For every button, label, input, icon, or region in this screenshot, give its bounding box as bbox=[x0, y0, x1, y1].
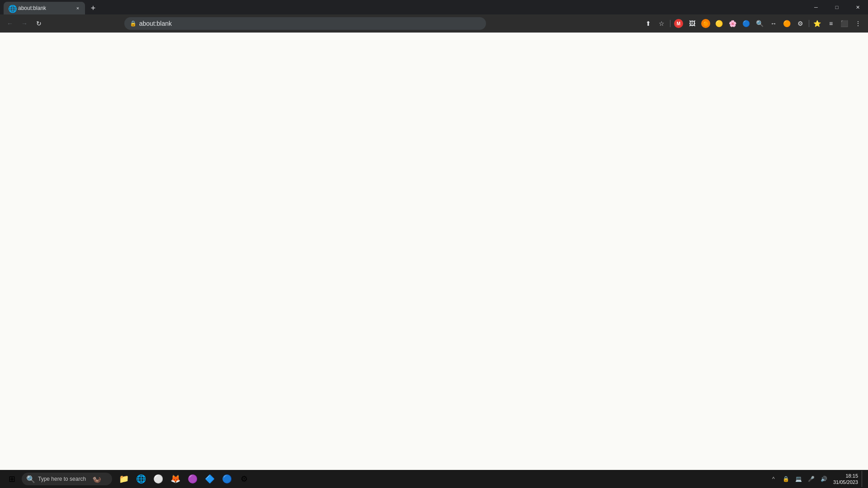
system-tray: ^ 🔒 💻 🎤 🔊 bbox=[768, 474, 830, 484]
taskbar-search-label: Type here to search bbox=[38, 476, 86, 482]
clock-date: 31/05/2023 bbox=[833, 479, 858, 485]
taskbar-firefox[interactable]: 🦊 bbox=[167, 471, 184, 487]
taskbar-chrome[interactable]: ⚪ bbox=[150, 471, 166, 487]
taskbar-teams[interactable]: 🟣 bbox=[184, 471, 201, 487]
tab-close-button[interactable]: × bbox=[74, 5, 81, 12]
tab-favicon-icon: 🌐 bbox=[8, 5, 15, 12]
new-tab-button[interactable]: + bbox=[87, 2, 99, 14]
ext-icon-3[interactable]: 🟠 bbox=[699, 17, 712, 30]
address-security-icon: 🔒 bbox=[130, 20, 137, 27]
ext-icon-2[interactable]: 🖼 bbox=[686, 17, 698, 30]
titlebar: 🌐 about:blank × + ─ □ ✕ bbox=[0, 0, 868, 14]
taskbar-edge[interactable]: 🌐 bbox=[133, 471, 149, 487]
tab-strip: 🌐 about:blank × + bbox=[0, 0, 806, 14]
ext-icon-5[interactable]: 🌸 bbox=[726, 17, 739, 30]
divider2 bbox=[809, 20, 809, 27]
edge-icon: 🌐 bbox=[136, 474, 146, 484]
taskbar-app8[interactable]: ⚙ bbox=[236, 471, 252, 487]
file-explorer-icon: 📁 bbox=[119, 474, 129, 484]
taskbar-right: ^ 🔒 💻 🎤 🔊 18:15 31/05/2023 bbox=[768, 471, 864, 487]
firefox-icon: 🦊 bbox=[170, 474, 180, 484]
maximize-button[interactable]: □ bbox=[826, 0, 847, 14]
clock-time: 18:15 bbox=[845, 473, 858, 479]
taskbar-search-box[interactable]: 🔍 Type here to search 🦦 bbox=[22, 473, 112, 485]
ext-icon-8[interactable]: ↔ bbox=[767, 17, 780, 30]
address-box[interactable]: 🔒 about:blank bbox=[124, 17, 486, 30]
chrome-icon: ⚪ bbox=[153, 474, 163, 484]
taskbar-vscode[interactable]: 🔷 bbox=[202, 471, 218, 487]
browser-content bbox=[0, 33, 868, 470]
start-icon: ⊞ bbox=[9, 474, 15, 484]
tray-chevron[interactable]: ^ bbox=[768, 474, 779, 484]
taskbar-clock[interactable]: 18:15 31/05/2023 bbox=[831, 473, 860, 486]
split-view-icon[interactable]: ⬛ bbox=[838, 17, 851, 30]
extensions-button[interactable]: ⭐ bbox=[811, 17, 824, 30]
bookmark-icon[interactable]: ☆ bbox=[656, 17, 668, 30]
refresh-button[interactable]: ↻ bbox=[33, 17, 45, 30]
tab-title-label: about:blank bbox=[18, 5, 71, 11]
app7-icon: 🔵 bbox=[222, 474, 232, 484]
app8-icon: ⚙ bbox=[241, 474, 248, 484]
taskbar-app7[interactable]: 🔵 bbox=[219, 471, 235, 487]
taskbar-apps: 📁 🌐 ⚪ 🦊 🟣 🔷 🔵 ⚙ bbox=[116, 471, 252, 487]
share-icon[interactable]: ⬆ bbox=[642, 17, 655, 30]
taskbar-file-explorer[interactable]: 📁 bbox=[116, 471, 132, 487]
ferret-icon: 🦦 bbox=[92, 475, 101, 483]
forward-button[interactable]: → bbox=[18, 17, 31, 30]
ext-icon-10[interactable]: ⚙ bbox=[794, 17, 807, 30]
divider bbox=[670, 20, 670, 27]
teams-icon: 🟣 bbox=[188, 474, 198, 484]
tray-volume-icon[interactable]: 🔊 bbox=[819, 474, 830, 484]
taskbar-search-icon: 🔍 bbox=[26, 475, 35, 483]
start-button[interactable]: ⊞ bbox=[4, 471, 20, 487]
back-button[interactable]: ← bbox=[4, 17, 16, 30]
address-url: about:blank bbox=[139, 20, 481, 27]
menu-button[interactable]: ⋮ bbox=[852, 17, 864, 30]
ext-icon-4[interactable]: 🟡 bbox=[713, 17, 726, 30]
show-desktop-button[interactable] bbox=[862, 471, 864, 487]
addressbar: ← → ↻ 🔒 about:blank ⬆ ☆ M 🖼 🟠 🟡 🌸 🔵 🔍 ↔ … bbox=[0, 14, 868, 33]
taskbar: ⊞ 🔍 Type here to search 🦦 📁 🌐 ⚪ 🦊 🟣 🔷 🔵 … bbox=[0, 470, 868, 488]
toolbar-icons: ⬆ ☆ M 🖼 🟠 🟡 🌸 🔵 🔍 ↔ 🟠 ⚙ ⭐ ≡ ⬛ ⋮ bbox=[642, 17, 864, 30]
vscode-icon: 🔷 bbox=[205, 474, 215, 484]
ext-icon-7[interactable]: 🔍 bbox=[754, 17, 766, 30]
ext-icon-1[interactable]: M bbox=[672, 17, 685, 30]
ext-icon-6[interactable]: 🔵 bbox=[740, 17, 753, 30]
tray-network-icon[interactable]: 💻 bbox=[793, 474, 804, 484]
active-tab[interactable]: 🌐 about:blank × bbox=[4, 2, 85, 14]
tray-mic-icon[interactable]: 🎤 bbox=[806, 474, 817, 484]
sidebar-button[interactable]: ≡ bbox=[825, 17, 837, 30]
close-window-button[interactable]: ✕ bbox=[847, 0, 868, 14]
tray-lock-icon[interactable]: 🔒 bbox=[781, 474, 792, 484]
ext-icon-9[interactable]: 🟠 bbox=[781, 17, 793, 30]
minimize-button[interactable]: ─ bbox=[806, 0, 826, 14]
window-controls: ─ □ ✕ bbox=[806, 0, 868, 14]
